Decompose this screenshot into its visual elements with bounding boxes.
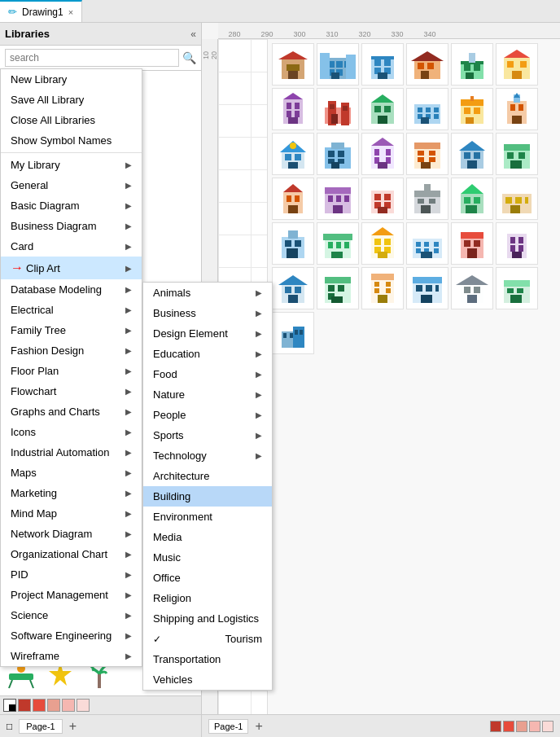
tourism-item[interactable]: ✓ Tourism [143,629,272,649]
page-1-btn[interactable]: Page-1 [19,719,62,734]
drawing-tab[interactable]: ✏ Drawing1 × [0,0,82,22]
add-page-btn[interactable]: + [69,719,77,734]
graphs-charts-item[interactable]: Graphs and Charts ▶ [1,401,142,422]
basic-diagram-item[interactable]: Basic Diagram ▶ [1,195,142,216]
software-eng-item[interactable]: Software Engineering ▶ [1,625,142,646]
close-all-item[interactable]: Close All Libraries [1,110,142,130]
building-icon-16[interactable] [406,133,448,175]
mind-map-item[interactable]: Mind Map ▶ [1,503,142,524]
building-icon-22[interactable] [406,178,448,220]
building-icon-1[interactable] [272,43,314,86]
building-icon-23[interactable] [451,178,493,220]
show-symbols-item[interactable]: Show Symbol Names [1,130,142,151]
animals-item[interactable]: Animals ▶ [143,283,272,303]
building-icon-36[interactable] [496,267,538,309]
building-icon-5[interactable] [451,43,493,86]
building-icon-34[interactable] [406,267,448,309]
building-icon-21[interactable] [361,178,404,220]
canvas-color-1[interactable] [490,721,501,732]
color-swatch-3[interactable] [47,699,60,712]
tab-close-btn[interactable]: × [68,7,73,17]
building-icon-3[interactable] [361,43,404,86]
media-item[interactable]: Media [143,527,272,547]
add-page-canvas-btn[interactable]: + [255,719,262,734]
org-chart-item[interactable]: Organizational Chart ▶ [1,544,142,564]
pid-item[interactable]: PID ▶ [1,564,142,585]
building-icon-8[interactable] [317,88,359,130]
building-icon-2[interactable] [317,43,359,86]
building-icon-30[interactable] [496,222,538,265]
building-icon-35[interactable] [451,267,493,309]
color-swatch-1[interactable] [18,699,31,712]
canvas-color-3[interactable] [516,721,527,732]
building-icon-27[interactable] [361,222,404,265]
color-swatch-2[interactable] [33,699,46,712]
industrial-automation-item[interactable]: Industrial Automation ▶ [1,442,142,463]
search-input[interactable] [5,49,179,67]
business-sub-item[interactable]: Business ▶ [143,303,272,323]
environment-item[interactable]: Environment [143,507,272,527]
building-item[interactable]: Building [143,486,272,507]
color-swatch-4[interactable] [62,699,75,712]
canvas-color-4[interactable] [529,721,540,732]
shipping-item[interactable]: Shipping and Logistics [143,608,272,629]
office-item[interactable]: Office [143,568,272,588]
marketing-item[interactable]: Marketing ▶ [1,483,142,503]
project-mgmt-item[interactable]: Project Management ▶ [1,585,142,605]
building-icon-11[interactable] [451,88,493,130]
building-icon-9[interactable] [361,88,404,130]
canvas-color-2[interactable] [503,721,514,732]
floor-plan-item[interactable]: Floor Plan ▶ [1,361,142,381]
building-icon-28[interactable] [406,222,448,265]
database-modeling-item[interactable]: Database Modeling ▶ [1,279,142,300]
religion-item[interactable]: Religion [143,588,272,608]
building-icon-18[interactable] [496,133,538,175]
building-icon-37[interactable] [272,312,314,354]
card-item[interactable]: Card ▶ [1,236,142,257]
fashion-design-item[interactable]: Fashion Design ▶ [1,340,142,361]
food-item[interactable]: Food ▶ [143,364,272,384]
new-library-item[interactable]: New Library [1,69,142,90]
building-icon-33[interactable] [361,267,404,309]
building-icon-14[interactable] [317,133,359,175]
icons-item[interactable]: Icons ▶ [1,422,142,442]
canvas-color-5[interactable] [542,721,553,732]
flowchart-item[interactable]: Flowchart ▶ [1,381,142,401]
architecture-item[interactable]: Architecture [143,466,272,486]
color-picker-btn[interactable] [3,699,16,712]
building-icon-15[interactable] [361,133,404,175]
building-icon-4[interactable] [406,43,448,86]
building-icon-19[interactable] [272,178,314,220]
building-icon-6[interactable] [496,43,538,86]
save-all-item[interactable]: Save All Library [1,90,142,110]
building-icon-17[interactable] [451,133,493,175]
family-tree-item[interactable]: Family Tree ▶ [1,320,142,340]
technology-item[interactable]: Technology ▶ [143,445,272,466]
science-item[interactable]: Science ▶ [1,605,142,625]
my-library-item[interactable]: My Library ▶ [1,155,142,175]
vehicles-item[interactable]: Vehicles [143,669,272,690]
building-icon-24[interactable] [496,178,538,220]
color-swatch-5[interactable] [77,699,90,712]
network-diagram-item[interactable]: Network Diagram ▶ [1,524,142,544]
maps-item[interactable]: Maps ▶ [1,463,142,483]
building-icon-25[interactable] [272,222,314,265]
transportation-item[interactable]: Transportation [143,649,272,669]
design-element-item[interactable]: Design Element ▶ [143,323,272,344]
collapse-btn[interactable]: « [190,29,196,40]
wireframe-item[interactable]: Wireframe ▶ [1,646,142,666]
general-item[interactable]: General ▶ [1,175,142,195]
electrical-item[interactable]: Electrical ▶ [1,300,142,320]
building-icon-13[interactable] [272,133,314,175]
people-item[interactable]: People ▶ [143,405,272,425]
building-icon-31[interactable] [272,267,314,309]
nature-item[interactable]: Nature ▶ [143,384,272,405]
building-icon-26[interactable] [317,222,359,265]
education-item[interactable]: Education ▶ [143,344,272,364]
business-diagram-item[interactable]: Business Diagram ▶ [1,216,142,236]
building-icon-29[interactable] [451,222,493,265]
building-icon-7[interactable] [272,88,314,130]
building-icon-10[interactable] [406,88,448,130]
building-icon-32[interactable] [317,267,359,309]
page-tab-btn[interactable]: Page-1 [208,719,248,734]
